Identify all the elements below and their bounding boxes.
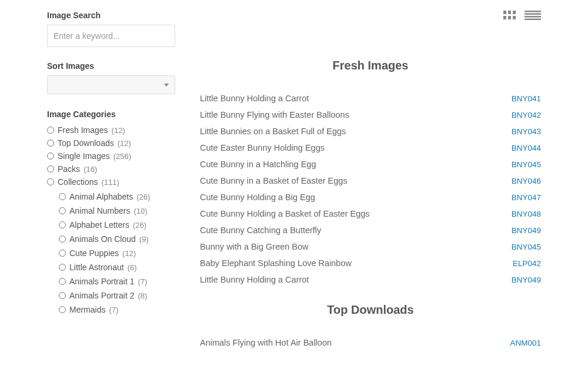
image-title: Cute Bunny Catching a Butterfly [200, 225, 321, 235]
subcategory-radio[interactable] [59, 193, 66, 200]
subcategory-radio[interactable] [59, 221, 66, 228]
subcategory-radio[interactable] [59, 250, 66, 257]
search-block: Image Search [47, 11, 171, 47]
image-code-link[interactable]: BNY045 [512, 243, 541, 251]
image-code-link[interactable]: BNY048 [512, 210, 541, 218]
subcategory-name: Mermaids [69, 305, 105, 314]
image-code-link[interactable]: BNY046 [512, 177, 541, 185]
category-count: (256) [113, 152, 131, 161]
image-code-link[interactable]: BNY042 [512, 111, 541, 120]
subcategory-name: Animal Alphabets [69, 192, 133, 201]
subcategory-radio[interactable] [59, 278, 66, 285]
category-name: Fresh Images [58, 125, 108, 135]
image-title: Little Bunny Holding a Carrot [200, 275, 309, 284]
image-code-link[interactable]: BNY049 [512, 276, 541, 284]
category-packs[interactable]: Packs (16) [47, 162, 171, 175]
category-name: Top Downloads [58, 138, 114, 148]
svg-rect-9 [524, 19, 541, 21]
subcategory-name: Cute Puppies [69, 248, 119, 258]
svg-rect-4 [508, 16, 511, 19]
subcategory-animal-numbers[interactable]: Animal Numbers (10) [59, 204, 171, 218]
subcategory-name: Animals Portrait 1 [69, 277, 134, 286]
svg-rect-3 [503, 16, 506, 19]
subcategory-count: (10) [133, 207, 147, 215]
subcategory-radio[interactable] [59, 264, 66, 271]
image-title: Bunny with a Big Green Bow [200, 242, 309, 251]
image-title: Cute Bunny Holding a Basket of Easter Eg… [200, 209, 370, 218]
category-radio[interactable] [47, 127, 54, 134]
category-collections[interactable]: Collections (111) [47, 175, 171, 188]
image-row: Little Bunny Holding a CarrotBNY041 [200, 90, 541, 107]
svg-rect-8 [524, 16, 541, 18]
image-code-link[interactable]: BNY049 [512, 226, 541, 235]
subcategory-animal-alphabets[interactable]: Animal Alphabets (26) [59, 190, 171, 204]
subcategory-name: Little Astronaut [69, 263, 124, 272]
sort-label: Sort Images [47, 61, 171, 71]
list-view-icon[interactable] [524, 11, 541, 20]
image-code-link[interactable]: BNY041 [512, 94, 541, 103]
subcategory-name: Animal Numbers [69, 206, 130, 215]
view-toggle [503, 11, 541, 20]
svg-rect-6 [524, 11, 541, 12]
subcategory-radio[interactable] [59, 207, 66, 214]
image-code-link[interactable]: ELP042 [513, 259, 541, 268]
category-radio[interactable] [47, 165, 54, 172]
subcategory-radio[interactable] [59, 292, 66, 299]
subcategories-list: Animal Alphabets (26) Animal Numbers (10… [59, 190, 171, 317]
image-row: Cute Bunny Holding a Basket of Easter Eg… [200, 205, 541, 222]
category-fresh-images[interactable]: Fresh Images (12) [47, 124, 171, 137]
section-title-fresh: Fresh Images [200, 59, 541, 72]
category-top-downloads[interactable]: Top Downloads (12) [47, 137, 171, 150]
category-count: (12) [118, 139, 131, 148]
svg-rect-2 [513, 11, 516, 14]
subcategory-count: (26) [136, 193, 150, 201]
image-code-link[interactable]: BNY043 [512, 127, 541, 136]
main-content: Fresh Images Little Bunny Holding a Carr… [176, 0, 588, 357]
category-radio[interactable] [47, 178, 54, 185]
category-name: Single Images [58, 151, 110, 161]
subcategory-radio[interactable] [59, 235, 66, 243]
svg-rect-5 [513, 16, 516, 19]
subcategory-name: Animals Portrait 2 [69, 291, 134, 300]
grid-view-icon[interactable] [503, 11, 516, 20]
image-row: Little Bunny Holding a CarrotBNY049 [200, 271, 541, 288]
subcategory-count: (7) [138, 277, 147, 286]
category-single-images[interactable]: Single Images (256) [47, 150, 171, 162]
image-row: Cute Bunny Catching a ButterflyBNY049 [200, 222, 541, 238]
image-title: Little Bunnies on a Basket Full of Eggs [200, 127, 346, 136]
image-title: Cute Easter Bunny Holding Eggs [200, 143, 325, 152]
svg-rect-7 [524, 14, 541, 15]
sort-block: Sort Images [47, 61, 171, 94]
categories-label: Image Categories [47, 110, 171, 119]
subcategory-animals-on-cloud[interactable]: Animals On Cloud (9) [59, 232, 171, 246]
image-code-link[interactable]: ANM001 [510, 339, 541, 347]
subcategory-little-astronaut[interactable]: Little Astronaut (6) [59, 260, 171, 274]
subcategory-count: (7) [109, 306, 118, 314]
subcategory-animals-portrait-1[interactable]: Animals Portrait 1 (7) [59, 274, 171, 288]
fresh-images-section: Fresh Images Little Bunny Holding a Carr… [200, 59, 541, 288]
subcategory-count: (6) [128, 263, 137, 272]
image-code-link[interactable]: BNY044 [512, 144, 541, 152]
subcategory-alphabet-letters[interactable]: Alphabet Letters (26) [59, 218, 171, 232]
subcategory-mermaids[interactable]: Mermaids (7) [59, 303, 171, 317]
fresh-images-list: Little Bunny Holding a CarrotBNY041Littl… [200, 90, 541, 288]
image-title: Cute Bunny Holding a Big Egg [200, 193, 315, 202]
subcategory-radio[interactable] [59, 306, 66, 313]
search-input[interactable] [47, 25, 175, 47]
subcategory-animals-portrait-2[interactable]: Animals Portrait 2 (8) [59, 288, 171, 303]
category-radio[interactable] [47, 152, 54, 160]
image-row: Little Bunny Flying with Easter Balloons… [200, 107, 541, 123]
image-title: Little Bunny Holding a Carrot [200, 94, 309, 103]
image-code-link[interactable]: BNY047 [512, 193, 541, 202]
category-name: Packs [58, 164, 80, 174]
image-title: Animals Flying with Hot Air Balloon [200, 338, 332, 347]
image-row: Little Bunnies on a Basket Full of EggsB… [200, 123, 541, 140]
category-count: (12) [112, 126, 125, 135]
image-code-link[interactable]: BNY045 [512, 160, 541, 169]
top-downloads-section: Top Downloads Animals Flying with Hot Ai… [200, 303, 541, 351]
category-radio[interactable] [47, 140, 54, 147]
image-title: Cute Bunny in a Basket of Easter Eggs [200, 176, 348, 185]
sort-select[interactable] [47, 75, 175, 94]
subcategory-count: (12) [122, 249, 136, 258]
subcategory-cute-puppies[interactable]: Cute Puppies (12) [59, 246, 171, 260]
